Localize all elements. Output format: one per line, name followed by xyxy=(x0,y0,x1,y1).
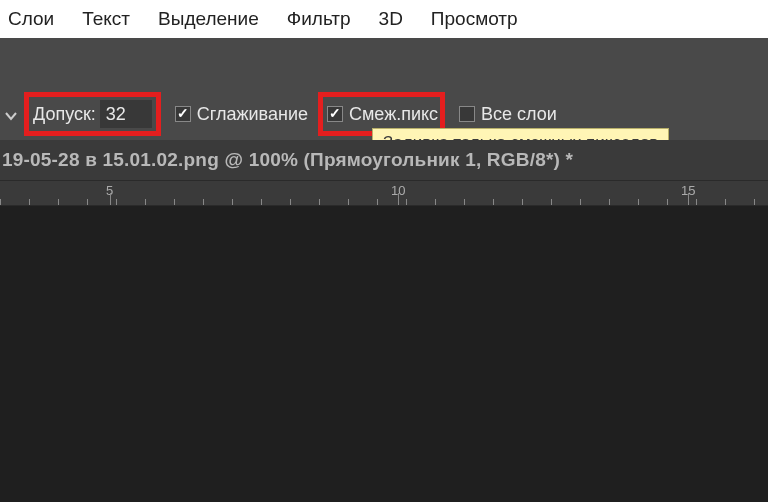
antialias-label: Сглаживание xyxy=(197,104,308,125)
contiguous-checkbox[interactable] xyxy=(327,106,343,122)
tolerance-highlight: Допуск: xyxy=(24,92,161,136)
document-title[interactable]: 19-05-28 в 15.01.02.png @ 100% (Прямоуго… xyxy=(2,149,573,171)
main-menubar: Слои Текст Выделение Фильтр 3D Просмотр xyxy=(0,0,768,38)
menu-filter[interactable]: Фильтр xyxy=(287,8,351,30)
menu-layers[interactable]: Слои xyxy=(8,8,54,30)
antialias-checkbox[interactable] xyxy=(175,106,191,122)
tolerance-label: Допуск: xyxy=(33,104,96,125)
all-layers-checkbox[interactable] xyxy=(459,106,475,122)
antialias-checkbox-group[interactable]: Сглаживание xyxy=(175,104,308,125)
menu-3d[interactable]: 3D xyxy=(379,8,403,30)
menu-selection[interactable]: Выделение xyxy=(158,8,259,30)
menu-view[interactable]: Просмотр xyxy=(431,8,518,30)
document-tab-bar: 19-05-28 в 15.01.02.png @ 100% (Прямоуго… xyxy=(0,140,768,180)
contiguous-checkbox-group[interactable]: Смеж.пикс xyxy=(327,104,438,125)
canvas[interactable] xyxy=(0,206,768,502)
menu-text[interactable]: Текст xyxy=(82,8,130,30)
chevron-down-icon[interactable] xyxy=(4,107,18,121)
contiguous-label: Смеж.пикс xyxy=(349,104,438,125)
horizontal-ruler: 5 10 15 xyxy=(0,180,768,206)
all-layers-label: Все слои xyxy=(481,104,557,125)
all-layers-checkbox-group[interactable]: Все слои xyxy=(459,104,557,125)
tolerance-input[interactable] xyxy=(100,100,152,128)
tool-options-bar: Допуск: Сглаживание Смеж.пикс Все слои З… xyxy=(0,88,768,140)
toolbar-spacer xyxy=(0,38,768,88)
